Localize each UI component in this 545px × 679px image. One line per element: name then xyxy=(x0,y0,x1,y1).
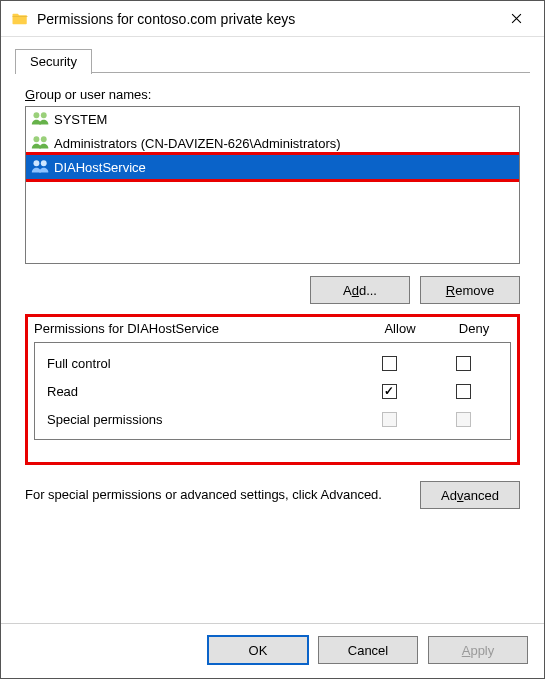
window-title: Permissions for contoso.com private keys xyxy=(37,11,494,27)
apply-button[interactable]: Apply xyxy=(428,636,528,664)
allow-checkbox[interactable] xyxy=(382,384,397,399)
permission-name: Special permissions xyxy=(47,412,352,427)
dialog-footer: OK Cancel Apply xyxy=(1,623,544,678)
titlebar: Permissions for contoso.com private keys xyxy=(1,1,544,37)
svg-point-4 xyxy=(33,160,39,166)
svg-point-2 xyxy=(33,136,39,142)
close-button[interactable] xyxy=(494,1,538,37)
allow-column xyxy=(352,384,426,399)
group-icon xyxy=(30,134,48,152)
permission-name: Full control xyxy=(47,356,352,371)
svg-point-5 xyxy=(41,160,47,166)
deny-checkbox[interactable] xyxy=(456,356,471,371)
deny-column xyxy=(426,356,500,371)
svg-point-0 xyxy=(33,112,39,118)
security-tab-body: Group or user names: SYSTEMAdministrator… xyxy=(15,73,530,613)
advanced-button[interactable]: Advanced xyxy=(420,481,520,509)
permission-row: Full control xyxy=(37,349,508,377)
allow-header: Allow xyxy=(363,321,437,336)
list-item[interactable]: DIAHostService xyxy=(26,155,519,179)
deny-column xyxy=(426,412,500,427)
allow-checkbox[interactable] xyxy=(382,356,397,371)
folder-icon xyxy=(11,10,29,28)
deny-column xyxy=(426,384,500,399)
allow-checkbox xyxy=(382,412,397,427)
group-icon xyxy=(30,110,48,128)
permissions-header: Permissions for DIAHostService Allow Den… xyxy=(34,321,511,336)
principal-name: DIAHostService xyxy=(54,160,146,175)
allow-column xyxy=(352,412,426,427)
deny-checkbox xyxy=(456,412,471,427)
permission-row: Read xyxy=(37,377,508,405)
principal-name: Administrators (CN-DAVIZEN-626\Administr… xyxy=(54,136,341,151)
dialog-content: Security Group or user names: SYSTEMAdmi… xyxy=(1,37,544,623)
tabs-divider xyxy=(15,72,530,73)
deny-header: Deny xyxy=(437,321,511,336)
permissions-list: Full controlReadSpecial permissions xyxy=(34,342,511,440)
principal-name: SYSTEM xyxy=(54,112,107,127)
highlighted-row: DIAHostService xyxy=(25,152,520,182)
permissions-for-label: Permissions for DIAHostService xyxy=(34,321,363,336)
advanced-hint: For special permissions or advanced sett… xyxy=(25,486,408,504)
permissions-dialog: Permissions for contoso.com private keys… xyxy=(0,0,545,679)
principal-list[interactable]: SYSTEMAdministrators (CN-DAVIZEN-626\Adm… xyxy=(25,106,520,264)
group-icon xyxy=(30,158,48,176)
allow-column xyxy=(352,356,426,371)
group-user-label: Group or user names: xyxy=(25,87,520,102)
cancel-button[interactable]: Cancel xyxy=(318,636,418,664)
permission-row: Special permissions xyxy=(37,405,508,433)
advanced-row: For special permissions or advanced sett… xyxy=(25,481,520,509)
add-button[interactable]: Add... xyxy=(310,276,410,304)
permissions-section: Permissions for DIAHostService Allow Den… xyxy=(25,314,520,465)
list-item[interactable]: SYSTEM xyxy=(26,107,519,131)
tab-security[interactable]: Security xyxy=(15,49,92,74)
tabs: Security xyxy=(15,45,530,73)
svg-point-3 xyxy=(41,136,47,142)
remove-button[interactable]: Remove xyxy=(420,276,520,304)
deny-checkbox[interactable] xyxy=(456,384,471,399)
permission-name: Read xyxy=(47,384,352,399)
svg-point-1 xyxy=(41,112,47,118)
principal-buttons: Add... Remove xyxy=(25,276,520,304)
ok-button[interactable]: OK xyxy=(208,636,308,664)
